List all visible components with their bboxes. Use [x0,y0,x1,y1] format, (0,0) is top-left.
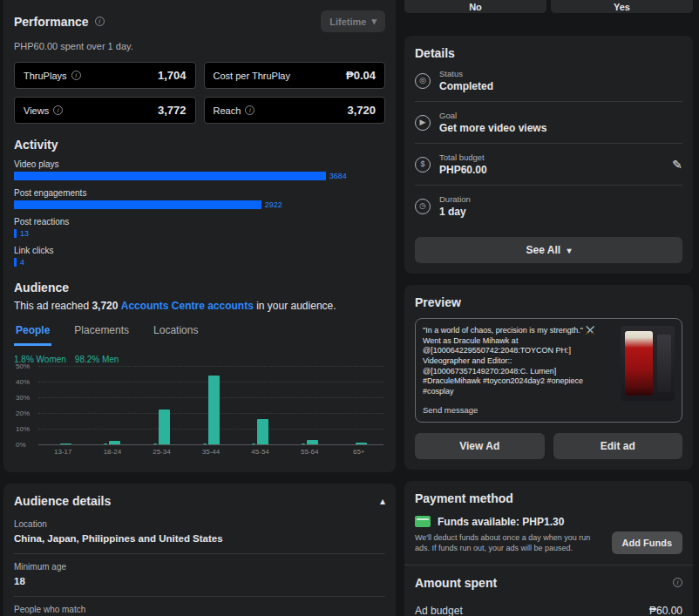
detail-label: Goal [439,111,546,120]
tab-people[interactable]: People [14,321,51,346]
age-label: 65+ [334,448,383,456]
see-all-button[interactable]: See All ▾ [415,237,682,263]
preview-title: Preview [415,295,682,309]
details-title: Details [415,46,682,60]
audience-detail-row: People who match Interests: Anime & Cosp… [14,597,385,616]
bar-women-18-24 [104,443,107,444]
payment-title: Payment method [415,491,682,505]
activity-list: Video plays 3684 Post engagements 2922 P… [14,159,385,267]
activity-value: 2922 [265,200,282,209]
tab-placements[interactable]: Placements [72,321,131,346]
bar-women-45-54 [252,443,255,444]
send-message-cta[interactable]: Send message [423,405,614,415]
amount-value: ₱60.00 [649,605,682,616]
info-icon[interactable]: i [673,578,682,587]
age-group [187,366,236,444]
detail-value: Completed [439,80,493,92]
duration-icon: ◷ [415,199,431,214]
edit-budget-icon[interactable]: ✎ [672,158,682,172]
age-label: 55-64 [285,448,335,456]
add-funds-button[interactable]: Add Funds [612,531,682,554]
accounts-centre-link[interactable]: Accounts Centre accounts [121,300,254,312]
gender-legend: 1.8% Women 98.2% Men [14,355,385,364]
bar-men-13-17 [60,443,71,444]
activity-row: Video plays 3684 [14,159,385,180]
metric-card: Cost per ThruPlay i ₱0.04 [204,62,386,89]
no-button[interactable]: No [404,0,546,13]
age-label: 13-17 [38,448,88,456]
age-group [38,366,88,444]
performance-header: Performance i Lifetime ▾ [14,10,385,32]
audience-details-title: Audience details [14,494,111,508]
y-tick-label: 20% [16,410,37,417]
detail-label: Total budget [439,152,487,162]
chevron-down-icon: ▾ [371,16,377,27]
activity-label: Post engagements [14,188,385,198]
activity-value: 3684 [329,172,347,180]
bar-women-55-64 [302,443,305,444]
info-icon[interactable]: i [245,105,254,115]
age-group [334,366,383,444]
view-ad-button[interactable]: View Ad [415,433,545,459]
metric-value: 3,772 [158,104,187,117]
age-label: 18-24 [88,448,138,456]
bar-men-65+ [356,443,367,444]
performance-card: Performance i Lifetime ▾ PHP60.00 spent … [3,0,396,472]
detail-label: Location [14,519,385,529]
info-icon[interactable]: i [71,71,81,80]
detail-label: People who match [14,605,385,614]
status-icon: ◎ [415,73,431,89]
spend-summary: PHP60.00 spent over 1 day. [14,41,385,51]
detail-label: Minimum age [14,562,385,572]
right-column: No Yes Details ◎ Status Completed ▶ Goal… [404,0,693,616]
detail-value: China, Japan, Philippines and United Sta… [14,531,385,545]
bar-men-25-34 [159,410,170,444]
metrics-grid: ThruPlays i 1,704 Cost per ThruPlay i ₱0… [14,62,385,124]
y-tick-label: 10% [16,425,37,433]
audience-detail-row: Minimum age 18 [14,554,385,597]
y-tick-label: 50% [16,362,37,370]
bar-men-45-54 [257,419,268,444]
activity-value: 13 [20,229,29,238]
divider [404,565,693,565]
activity-bar [14,200,261,209]
gender-men: 98.2% Men [75,355,119,364]
y-tick-label: 30% [16,394,37,402]
payment-card-icon [415,516,431,527]
detail-value: PHP60.00 [439,164,487,176]
detail-value: 1 day [439,206,471,218]
metric-card: ThruPlays i 1,704 [14,62,196,89]
activity-bar [14,258,17,267]
y-tick-label: 0% [16,441,37,449]
ad-message: "In a world of chaos, precision is my st… [423,326,614,397]
info-icon[interactable]: i [95,17,105,26]
detail-value: Get more video views [439,122,546,134]
activity-row: Post reactions 13 [14,217,385,238]
lifetime-label: Lifetime [329,17,366,27]
age-label: 25-34 [137,448,187,456]
confirm-buttons: No Yes [404,0,693,13]
lifetime-dropdown[interactable]: Lifetime ▾ [321,10,385,32]
age-chart-bars [38,366,383,444]
edit-ad-button[interactable]: Edit ad [553,433,683,459]
activity-title: Activity [14,138,385,152]
info-icon[interactable]: i [53,105,63,115]
bar-women-35-44 [203,443,207,444]
age-group [137,366,187,444]
tab-locations[interactable]: Locations [152,321,200,346]
metric-card: Reach i 3,720 [204,97,386,124]
bar-women-25-34 [153,443,157,444]
yes-button[interactable]: Yes [551,0,693,13]
chevron-up-icon[interactable]: ▴ [380,495,385,507]
ad-thumbnail[interactable] [621,326,675,401]
bar-men-18-24 [109,441,120,444]
metric-label: Views [24,105,49,116]
audience-title: Audience [14,281,385,294]
activity-bar [14,229,17,238]
detail-label: Duration [439,194,471,204]
metric-label: Cost per ThruPlay [214,71,290,81]
activity-row: Link clicks 4 [14,246,385,267]
left-column: Performance i Lifetime ▾ PHP60.00 spent … [3,0,396,616]
payment-note: We'll deduct funds about once a day when… [415,532,601,553]
age-group [285,366,335,444]
